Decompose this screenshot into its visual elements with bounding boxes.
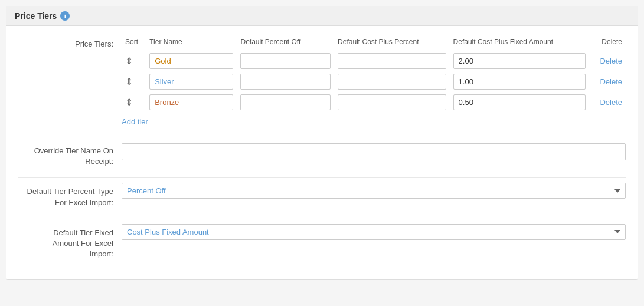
sort-handle-bronze[interactable]: ⇕ [125,97,133,108]
tier-cost-plus-pct-input-silver[interactable] [338,74,446,90]
section-header: Price Tiers i [6,6,638,26]
tier-name-input-silver[interactable] [149,74,233,90]
cost-plus-pct-cell-bronze [334,92,449,113]
override-tier-name-content [122,142,626,160]
delete-cell-gold: Delete [589,51,626,71]
pct-off-cell-gold [237,51,334,71]
tier-cost-plus-pct-input-bronze[interactable] [338,94,446,110]
default-fixed-amount-label: Default Tier FixedAmount For ExcelImport… [18,224,122,260]
tier-cost-plus-fixed-input-gold[interactable] [453,53,586,69]
default-percent-type-select[interactable]: Percent Off Cost Plus Percent Cost Plus … [122,183,626,199]
separator-1 [18,137,626,137]
default-fixed-amount-row: Default Tier FixedAmount For ExcelImport… [18,224,626,260]
table-row: ⇕ Delete [122,92,626,113]
name-cell-bronze [146,92,237,113]
default-percent-type-label: Default Tier Percent TypeFor Excel Impor… [18,183,122,208]
tier-cost-plus-fixed-input-bronze[interactable] [453,94,586,110]
info-icon[interactable]: i [60,11,70,21]
col-header-percent-off: Default Percent Off [237,35,334,51]
tier-cost-plus-pct-input-gold[interactable] [338,53,446,69]
sort-handle-silver[interactable]: ⇕ [125,76,133,87]
col-header-tier-name: Tier Name [146,35,237,51]
sort-cell-silver: ⇕ [122,71,146,92]
tier-pct-off-input-silver[interactable] [240,74,331,90]
delete-link-bronze[interactable]: Delete [600,98,622,107]
pct-off-cell-silver [237,71,334,92]
section-title: Price Tiers [15,11,57,21]
separator-3 [18,219,626,219]
price-tiers-content: Sort Tier Name Default Percent Off Defau… [122,35,626,126]
table-row: ⇕ Delete [122,51,626,71]
tiers-table: Sort Tier Name Default Percent Off Defau… [122,35,626,113]
pct-off-cell-bronze [237,92,334,113]
col-header-cost-plus-pct: Default Cost Plus Percent [334,35,449,51]
sort-handle-gold[interactable]: ⇕ [125,55,133,67]
cost-plus-pct-cell-silver [334,71,449,92]
section-body: Price Tiers: Sort Tier Name Default Perc… [6,26,638,279]
default-fixed-amount-content: Cost Plus Fixed Amount Percent Off Cost … [122,224,626,240]
override-tier-name-label: Override Tier Name OnReceipt: [18,142,122,167]
delete-link-gold[interactable]: Delete [600,57,622,65]
delete-cell-bronze: Delete [589,92,626,113]
sort-cell-bronze: ⇕ [122,92,146,113]
price-tiers-row: Price Tiers: Sort Tier Name Default Perc… [18,35,626,126]
tier-pct-off-input-bronze[interactable] [240,94,331,110]
cost-plus-fixed-cell-gold [450,51,590,71]
default-percent-type-content: Percent Off Cost Plus Percent Cost Plus … [122,183,626,199]
cost-plus-pct-cell-gold [334,51,449,71]
tier-name-input-bronze[interactable] [149,94,233,110]
price-tiers-label: Price Tiers: [18,35,122,50]
name-cell-gold [146,51,237,71]
col-header-delete: Delete [589,35,626,51]
delete-link-silver[interactable]: Delete [600,77,622,86]
cost-plus-fixed-cell-silver [450,71,590,92]
default-fixed-amount-select[interactable]: Cost Plus Fixed Amount Percent Off Cost … [122,224,626,240]
override-tier-name-input[interactable] [122,143,626,160]
tier-name-input-gold[interactable] [149,53,233,69]
table-row: ⇕ Delete [122,71,626,92]
name-cell-silver [146,71,237,92]
col-header-sort: Sort [122,35,146,51]
add-tier-link[interactable]: Add tier [122,117,148,126]
tier-cost-plus-fixed-input-silver[interactable] [453,74,586,90]
default-percent-type-row: Default Tier Percent TypeFor Excel Impor… [18,183,626,208]
delete-cell-silver: Delete [589,71,626,92]
override-tier-name-row: Override Tier Name OnReceipt: [18,142,626,167]
tier-pct-off-input-gold[interactable] [240,53,331,69]
separator-2 [18,177,626,178]
sort-cell-gold: ⇕ [122,51,146,71]
col-header-cost-plus-fixed: Default Cost Plus Fixed Amount [450,35,590,51]
cost-plus-fixed-cell-bronze [450,92,590,113]
